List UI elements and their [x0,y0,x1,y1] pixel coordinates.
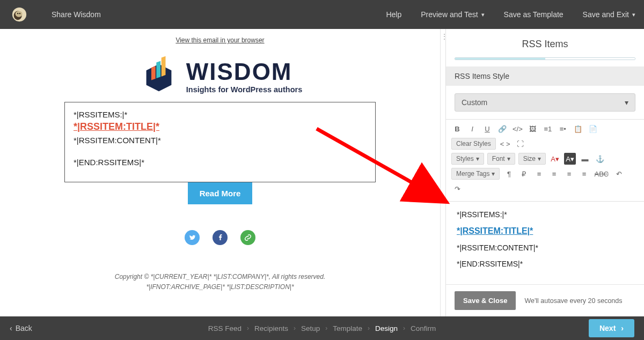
brand-block[interactable]: WISDOM Insights for WordPress authors [64,56,376,98]
step-design[interactable]: Design [375,324,398,332]
clear-styles-button[interactable]: Clear Styles [451,138,496,150]
bottombar: ‹ Back RSS Feed›Recipients›Setup›Templat… [0,316,644,340]
step-separator: › [294,324,296,332]
svg-rect-6 [151,66,156,80]
step-separator: › [325,324,327,332]
step-separator: › [368,324,370,332]
align-left-button[interactable]: ≡ [533,168,545,180]
social-row [64,230,376,245]
next-button[interactable]: Next › [589,319,634,337]
footer-line-1: Copyright © *|CURRENT_YEAR|* *|LIST:COMP… [64,272,376,282]
align-justify-button[interactable]: ≡ [578,168,590,180]
numbered-list-button[interactable]: ≡1 [542,123,554,135]
svg-point-2 [16,11,23,17]
footer-line-2: *|IFNOT:ARCHIVE_PAGE|* *|LIST:DESCRIPTIO… [64,282,376,292]
step-template[interactable]: Template [333,324,362,332]
rss-item-title[interactable]: *|RSSITEM:TITLE|* [74,121,367,132]
view-in-browser-link[interactable]: View this email in your browser [64,36,376,44]
step-rss-feed[interactable]: RSS Feed [208,324,241,332]
editor-rss-end: *|END:RSSITEMS|* [457,260,633,268]
step-setup[interactable]: Setup [301,324,320,332]
tab-content[interactable]: Content [455,58,545,60]
highlight-color-button[interactable]: A▾ [564,153,576,165]
sidebar-footer: Save & Close We'll autosave every 20 sec… [446,284,644,316]
chevron-right-icon: › [621,324,624,332]
wizard-steps: RSS Feed›Recipients›Setup›Template›Desig… [208,324,436,332]
sidebar-title: RSS Items [446,29,644,57]
chevron-down-icon: ▾ [481,11,485,18]
campaign-name[interactable]: Share Wisdom [52,10,101,19]
mailchimp-logo[interactable] [9,4,30,25]
brand-subtitle: Insights for WordPress authors [186,85,302,94]
rss-items-style-header: RSS Items Style [446,66,644,86]
ltr-button[interactable]: ¶ [503,168,515,180]
merge-tags-dropdown[interactable]: Merge Tags ▾ [451,168,500,180]
link-button[interactable]: 🔗 [496,123,508,135]
code-button[interactable]: </> [511,123,524,135]
editor-sidebar: RSS Items Content Style RSS Items Style … [445,29,644,316]
email-footer: Copyright © *|CURRENT_YEAR|* *|LIST:COMP… [64,272,376,292]
back-button[interactable]: ‹ Back [10,324,32,332]
hr-button[interactable]: ▬ [579,153,591,165]
styles-dropdown[interactable]: Styles ▾ [451,153,484,165]
step-separator: › [403,324,405,332]
save-close-button[interactable]: Save & Close [455,291,516,310]
rss-end-tag: *|END:RSSITEMS|* [74,158,367,167]
help-link[interactable]: Help [386,10,401,19]
save-template-button[interactable]: Save as Template [504,10,564,19]
editor-rss-open: *|RSSITEMS:|* [457,210,633,219]
bullet-list-button[interactable]: ≡• [557,123,569,135]
editor-rss-title[interactable]: *|RSSITEM:TITLE|* [457,226,633,236]
topbar-actions: Help Preview and Test▾ Save as Template … [386,10,635,19]
brand-logo-icon [138,56,180,98]
rss-style-select[interactable]: Custom ▾ [455,93,635,112]
size-dropdown[interactable]: Size ▾ [518,153,546,165]
rss-item-content: *|RSSITEM:CONTENT|* [74,136,367,145]
facebook-icon[interactable] [213,230,228,245]
chevron-down-icon: ▾ [625,98,628,107]
image-button[interactable]: 🖼 [527,123,539,135]
chevron-left-icon: ‹ [10,324,12,332]
chevron-down-icon: ▾ [632,11,635,18]
underline-button[interactable]: U [481,123,493,135]
email-body: View this email in your browser WISDOM I… [64,36,376,292]
font-dropdown[interactable]: Font ▾ [487,153,515,165]
preview-test-menu[interactable]: Preview and Test▾ [421,10,484,19]
anchor-button[interactable]: ⚓ [594,153,606,165]
tab-style[interactable]: Style [545,58,635,60]
italic-button[interactable]: I [466,123,478,135]
text-color-button[interactable]: A▾ [549,153,561,165]
topbar: Share Wisdom Help Preview and Test▾ Save… [0,0,644,29]
strikethrough-button[interactable]: ABC [593,168,610,180]
undo-button[interactable]: ↶ [613,168,625,180]
fullscreen-button[interactable]: ⛶ [514,138,526,150]
svg-rect-8 [161,56,165,77]
tab-row: Content Style [455,57,635,60]
rss-items-block-selected[interactable]: *|RSSITEMS:|* *|RSSITEM:TITLE|* *|RSSITE… [64,102,376,182]
source-code-button[interactable]: < > [499,138,511,150]
editor-rss-content: *|RSSITEM:CONTENT|* [457,243,633,252]
email-preview-canvas[interactable]: View this email in your browser WISDOM I… [0,29,440,316]
brand-title: WISDOM [186,60,302,84]
rich-text-editor[interactable]: *|RSSITEMS:|* *|RSSITEM:TITLE|* *|RSSITE… [446,202,644,284]
rich-text-toolbar: B I U 🔗 </> 🖼 ≡1 ≡• 📋 📄 Clear Styles < >… [446,119,644,202]
paste-button[interactable]: 📄 [587,123,599,135]
read-more-button[interactable]: Read More [188,182,253,204]
save-exit-menu[interactable]: Save and Exit▾ [583,10,635,19]
svg-point-4 [17,13,18,14]
step-confirm[interactable]: Confirm [411,324,436,332]
autosave-note: We'll autosave every 20 seconds [524,297,622,305]
pane-resize-handle[interactable] [440,29,445,316]
svg-point-3 [19,13,20,14]
link-icon[interactable] [240,230,255,245]
rtl-button[interactable]: ₽ [518,168,530,180]
step-separator: › [247,324,249,332]
copy-button[interactable]: 📋 [572,123,584,135]
twitter-icon[interactable] [185,230,200,245]
align-right-button[interactable]: ≡ [563,168,575,180]
step-recipients[interactable]: Recipients [254,324,288,332]
main: View this email in your browser WISDOM I… [0,29,644,316]
bold-button[interactable]: B [451,123,463,135]
redo-button[interactable]: ↷ [451,183,463,195]
align-center-button[interactable]: ≡ [548,168,560,180]
